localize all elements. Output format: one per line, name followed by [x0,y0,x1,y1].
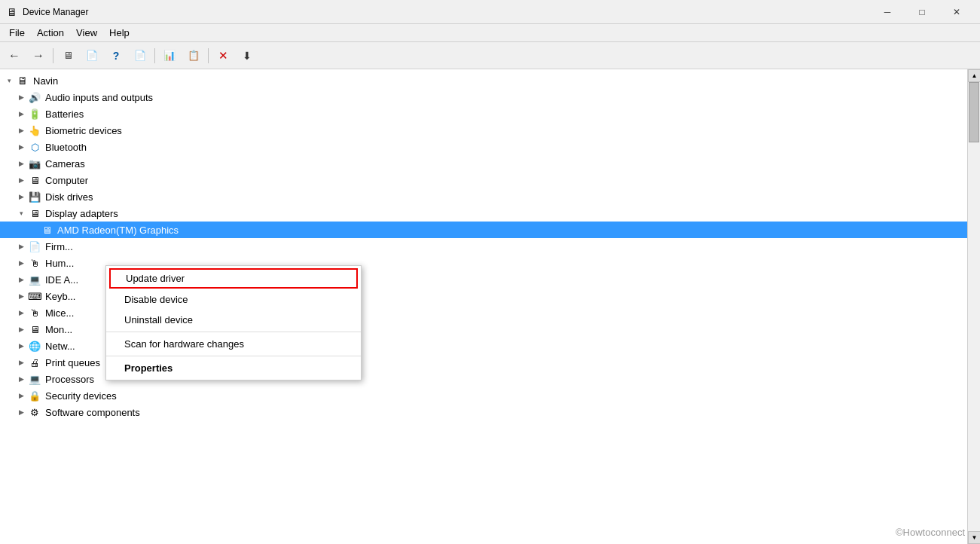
context-menu-sep-1 [106,332,361,332]
tree-label-computer: Computer [45,175,88,186]
tree-item-display[interactable]: ▾ 🖥 Display adapters [0,205,967,222]
tree-label-audio: Audio inputs and outputs [45,92,153,103]
close-button[interactable]: ✕ [939,0,974,24]
tree-label-display: Display adapters [45,208,118,219]
tree-label-security: Security devices [45,390,117,402]
expand-icon-software: ▶ [15,406,27,418]
tree-label-print: Print queues [45,357,100,368]
tree-label-ide: IDE A... [45,274,78,286]
tree-label-batteries: Batteries [45,108,84,120]
tree-item-ide[interactable]: ▶ 💻 IDE A... [0,271,105,288]
remove-button[interactable]: ✕ [212,45,234,66]
tree-item-firmware[interactable]: ▶ 📄 Firm... [0,238,105,255]
tree-item-audio[interactable]: ▶ 🔊 Audio inputs and outputs [0,89,967,105]
tree-item-biometric[interactable]: ▶ 👆 Biometric devices [0,122,967,139]
download-button[interactable]: ⬇ [236,45,258,66]
ide-icon: 💻 [27,274,42,286]
tree-item-keyboard[interactable]: ▶ ⌨ Keyb... [0,288,105,304]
maximize-button[interactable]: □ [905,0,939,24]
expand-icon-audio: ▶ [15,91,27,103]
expand-icon-computer: ▶ [15,174,27,186]
context-menu-update-driver[interactable]: Update driver [109,268,358,289]
context-menu-uninstall-device[interactable]: Uninstall device [106,310,361,330]
tree-item-disk[interactable]: ▶ 💾 Disk drives [0,188,967,205]
scrollbar-thumb[interactable] [969,82,979,142]
context-menu-properties[interactable]: Properties [106,358,361,378]
monitors-icon: 🖥 [27,323,42,335]
computer-icon: 🖥 [15,75,30,87]
toolbar-sep-1 [53,48,53,63]
tree-item-amd[interactable]: 🖥 AMD Radeon(TM) Graphics [0,222,967,238]
tree-item-computer[interactable]: ▶ 🖥 Computer [0,172,967,188]
bluetooth-icon: ⬡ [27,141,42,153]
expand-icon-mice: ▶ [15,307,27,319]
context-menu: Update driver Disable device Uninstall d… [105,265,362,380]
tree-item-mice[interactable]: ▶ 🖱 Mice... [0,304,105,321]
context-menu-disable-device[interactable]: Disable device [106,289,361,310]
tree-label-cameras: Cameras [45,158,85,170]
tree-label-navin: Navin [33,75,58,87]
devmgr-button[interactable]: 📄 [81,45,103,66]
battery-icon: 🔋 [27,108,42,120]
tree-label-disk: Disk drives [45,191,93,203]
window-title: Device Manager [23,7,870,17]
expand-icon-batteries: ▶ [15,108,27,120]
tree-label-network: Netw... [45,341,75,352]
expand-icon-human: ▶ [15,257,27,269]
help-button[interactable]: ? [105,45,127,66]
tree-item-cameras[interactable]: ▶ 📷 Cameras [0,155,967,172]
scroll-down-button[interactable]: ▼ [968,531,980,544]
display-icon: 🖥 [27,207,42,219]
menu-action[interactable]: Action [31,26,70,40]
tree-item-security[interactable]: ▶ 🔒 Security devices [0,387,967,404]
menu-file[interactable]: File [3,26,31,40]
menu-bar: File Action View Help [0,24,980,42]
expand-icon-disk: ▶ [15,191,27,203]
tree-item-monitors[interactable]: ▶ 🖥 Mon... [0,321,105,338]
tree-item-human[interactable]: ▶ 🖱 Hum... [0,255,105,271]
tree-item-bluetooth[interactable]: ▶ ⬡ Bluetooth [0,139,967,155]
expand-icon-bluetooth: ▶ [15,141,27,153]
expand-icon-ide: ▶ [15,274,27,286]
expand-icon-biometric: ▶ [15,124,27,136]
tree-label-software: Software components [45,407,140,418]
tree-label-processors: Processors [45,374,94,385]
scan-changes-button[interactable]: 📋 [182,45,205,66]
menu-view[interactable]: View [70,26,103,40]
tree-label-mice: Mice... [45,307,74,319]
tree-item-network[interactable]: ▶ 🌐 Netw... [0,338,105,354]
tree-label-keyboard: Keyb... [45,291,75,302]
tree-label-bluetooth: Bluetooth [45,142,87,153]
context-menu-scan-changes[interactable]: Scan for hardware changes [106,334,361,354]
back-button[interactable]: ← [3,45,26,66]
properties-button[interactable]: 🖥 [56,45,79,66]
tree-item-software[interactable]: ▶ ⚙ Software components [0,404,967,420]
tree-label-monitors: Mon... [45,324,72,335]
scrollbar-track-area[interactable] [968,82,980,531]
menu-help[interactable]: Help [103,26,136,40]
network-icon: 🌐 [27,340,42,352]
print-icon: 🖨 [27,356,42,368]
context-menu-sep-2 [106,356,361,356]
scroll-up-button[interactable]: ▲ [968,69,980,82]
title-bar: 🖥 Device Manager ─ □ ✕ [0,0,980,24]
expand-icon-security: ▶ [15,390,27,402]
expand-icon-processors: ▶ [15,373,27,385]
expand-icon-cameras: ▶ [15,157,27,170]
keyboard-icon: ⌨ [27,290,42,302]
expand-icon-firmware: ▶ [15,240,27,252]
scrollbar[interactable]: ▲ ▼ [967,69,980,544]
scan-hw-button[interactable]: 📊 [158,45,181,66]
security-icon: 🔒 [27,390,42,402]
tree-label-human: Hum... [45,258,74,269]
tree-item-batteries[interactable]: ▶ 🔋 Batteries [0,105,967,122]
amd-icon: 🖥 [39,224,54,236]
processors-icon: 💻 [27,373,42,385]
tree-root-navin[interactable]: ▾ 🖥 Navin [0,72,967,89]
scan-button[interactable]: 📄 [129,45,151,66]
firmware-icon: 📄 [27,240,42,252]
mice-icon: 🖱 [27,307,42,319]
biometric-icon: 👆 [27,124,42,136]
minimize-button[interactable]: ─ [870,0,905,24]
forward-button[interactable]: → [27,45,50,66]
